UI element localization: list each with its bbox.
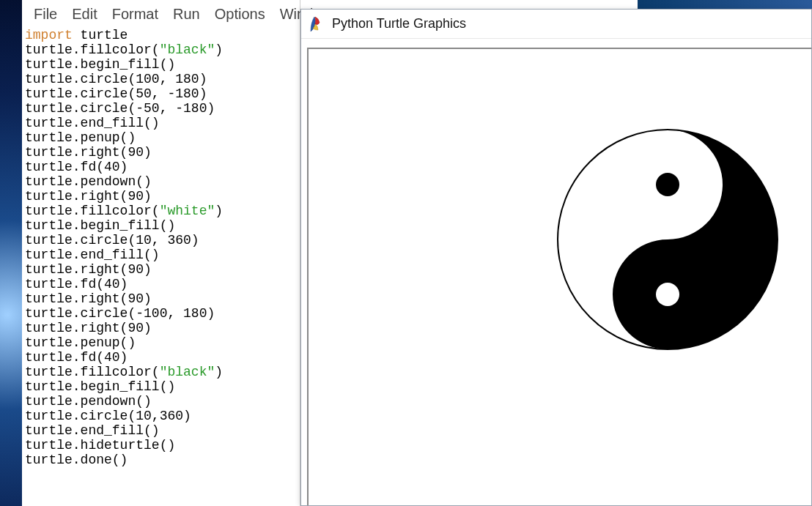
turtle-window-title: Python Turtle Graphics	[332, 16, 466, 31]
code-editor[interactable]: import turtle turtle.fillcolor("black") …	[22, 28, 300, 467]
desktop-background-strip	[0, 0, 22, 506]
turtle-titlebar[interactable]: Python Turtle Graphics	[301, 10, 811, 39]
menu-format[interactable]: Format	[105, 4, 166, 24]
desktop-top-strip	[638, 0, 812, 9]
menu-options[interactable]: Options	[207, 4, 273, 24]
svg-point-1	[656, 283, 679, 306]
menu-edit[interactable]: Edit	[64, 4, 104, 24]
menu-run[interactable]: Run	[166, 4, 207, 24]
tk-feather-icon	[309, 15, 322, 33]
idle-editor-window: File Edit Format Run Options Window impo…	[22, 0, 300, 506]
menu-file[interactable]: File	[26, 4, 64, 24]
menu-bar: File Edit Format Run Options Window	[22, 0, 300, 28]
svg-point-2	[656, 173, 679, 196]
turtle-canvas	[309, 49, 811, 505]
turtle-canvas-frame	[307, 48, 811, 505]
turtle-graphics-window: Python Turtle Graphics	[300, 9, 812, 506]
yinyang-drawing	[550, 122, 785, 357]
